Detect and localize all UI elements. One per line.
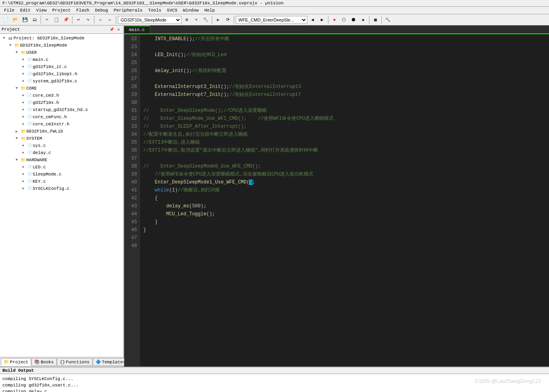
tree-system[interactable]: + 📄 system_gd32f10x.c (1, 78, 123, 85)
tab-project[interactable]: 📁 Project (1, 358, 31, 366)
copy-btn[interactable]: 📋 (52, 16, 61, 24)
tree-gd32-folder[interactable]: ▼ 📁 GD32F10x_SleepMode (1, 42, 123, 49)
fn-nav-btn[interactable]: ◀ (308, 16, 317, 24)
debug2-btn[interactable]: ⬢ (349, 16, 358, 24)
ln43: 43 (127, 202, 137, 210)
tree-sys-c[interactable]: + 📄 sys.c (1, 142, 123, 149)
tree-key-c[interactable]: + 📄 KEY.c (1, 178, 123, 185)
panel-close-btn[interactable]: ✕ (115, 26, 122, 33)
window-btn[interactable]: ▦ (371, 16, 380, 24)
tree-gd32f10x-h[interactable]: + 📄 gd32f10x.h (1, 99, 123, 106)
cut-btn[interactable]: ✂ (43, 16, 51, 24)
tree-libopt[interactable]: + 📄 gd32f10x_libopt.h (1, 70, 123, 78)
build-btn[interactable]: ▶ (214, 16, 223, 24)
build-output[interactable]: compiling SYSCLKConfig.c... compiling gd… (0, 374, 549, 392)
tree-led-c[interactable]: + 📄 LED.c (1, 164, 123, 171)
ep8: + (20, 114, 26, 120)
line-numbers: 22 23 24 25 26 27 28 29 30 31 32 33 34 3… (124, 34, 140, 367)
code-area[interactable]: 22 23 24 25 26 27 28 29 30 31 32 33 34 3… (124, 34, 549, 367)
tab-templates[interactable]: 🔷 Templates (93, 358, 128, 366)
ln46: 46 (127, 226, 137, 234)
tab-books-icon: 📚 (34, 359, 40, 365)
save-btn[interactable]: 💾 (21, 16, 29, 24)
tree-system-folder[interactable]: ▼ 📁 SYSTEM (1, 135, 123, 142)
core-cm3-label: core_cm3.h (33, 93, 59, 98)
tree-cmfunc[interactable]: + 📄 core_cmFunc.h (1, 113, 123, 121)
build-output-header: Build Output (0, 367, 549, 374)
file-icon-libopt: 📄 (26, 71, 33, 77)
open-btn[interactable]: 📂 (11, 16, 20, 24)
ln24: 24 (127, 51, 137, 59)
debug-btn[interactable]: ⬡ (340, 16, 348, 24)
menu-file[interactable]: File (2, 8, 17, 13)
tree-startup[interactable]: + 📄 startup_gd32f10x_hd.s (1, 106, 123, 113)
menu-peripherals[interactable]: Peripherals (111, 8, 145, 13)
rebuild-btn[interactable]: ⟳ (223, 16, 232, 24)
undo-btn[interactable]: ↩ (74, 16, 83, 24)
tree-sleepmode-c[interactable]: + 📄 SleepMode.c (1, 171, 123, 178)
function-dropdown[interactable]: WFE_CMD_EnterDeepSle... (236, 16, 307, 24)
panel-pin-btn[interactable]: 📌 (108, 26, 115, 33)
nav2-btn[interactable]: ⇦ (106, 16, 114, 24)
debug-start-btn[interactable]: ● (330, 16, 339, 24)
ln37: 37 (127, 154, 137, 162)
sleepmode-c-label: SleepMode.c (33, 172, 62, 177)
settings-btn[interactable]: 🔨 (383, 16, 392, 24)
watermark: CSDN @LaoZhangGong123 (475, 378, 541, 384)
tree-core-cm3[interactable]: + 📄 core_cm3.h (1, 92, 123, 99)
new-file-btn[interactable]: 📄 (2, 16, 10, 24)
f11: 📄 (26, 150, 33, 156)
expand-placeholder: + (20, 57, 26, 63)
debug3-btn[interactable]: ◈ (359, 16, 367, 24)
tab-books-label: Books (41, 360, 54, 365)
title-text: F:\STM32_program\GD32\GD32F103VET6_Progr… (2, 1, 283, 6)
code-content[interactable]: INTX_ENABLE();//开启所有中断 LED_Init();//初始化M… (140, 34, 549, 367)
tree-cminstr[interactable]: + 📄 core_cmInstr.h (1, 121, 123, 128)
tab-functions[interactable]: {} Functions (57, 358, 92, 366)
menu-view[interactable]: View (34, 8, 49, 13)
ln41: 41 (127, 186, 137, 194)
tree-core-folder[interactable]: ▼ 📁 CORE (1, 85, 123, 92)
menu-project[interactable]: Project (50, 8, 73, 13)
save-all-btn[interactable]: 🗂 (30, 16, 39, 24)
nav-btn[interactable]: ⇨ (96, 16, 105, 24)
menu-help[interactable]: Help (202, 8, 217, 13)
paste-btn[interactable]: 📌 (62, 16, 70, 24)
led-c-label: LED.c (33, 165, 46, 170)
ln26: 26 (127, 67, 137, 75)
tree-sysclk-c[interactable]: + 📄 SYSCLKConfig.c (1, 185, 123, 192)
tree-delay-c[interactable]: + 📄 delay.c (1, 149, 123, 156)
target-options-btn[interactable]: ⚙ (182, 16, 191, 24)
expand-icon2: ▼ (7, 42, 14, 49)
editor-tab-main-c[interactable]: main.c (124, 25, 150, 33)
tree-main-c[interactable]: + 📄 main.c (1, 56, 123, 63)
tree-user-folder[interactable]: ▼ 📁 USER (1, 49, 123, 56)
ep6: + (20, 99, 26, 106)
menu-debug[interactable]: Debug (92, 8, 110, 13)
menu-window[interactable]: Window (181, 8, 201, 13)
gd32-folder-label: GD32F10x_SleepMode (20, 43, 67, 48)
ln22: 22 (127, 35, 137, 43)
tree-gd32f10x-it[interactable]: + 📄 gd32f10x_it.c (1, 63, 123, 70)
menu-flash[interactable]: Flash (74, 8, 92, 13)
redo-btn[interactable]: ↪ (84, 16, 92, 24)
new-group-btn[interactable]: + (192, 16, 201, 24)
tree-project-root[interactable]: ▼ 🗂 Project: GD32F10x_SleepMode (1, 35, 123, 42)
menu-tools[interactable]: Tools (146, 8, 164, 13)
folder-icon: 📁 (14, 42, 20, 49)
tree-hw-folder[interactable]: ▼ 📁 HARDWARE (1, 156, 123, 164)
tab-books[interactable]: 📚 Books (31, 358, 57, 366)
target-dropdown[interactable]: GD32F10x_SleepMode (118, 16, 182, 24)
user-folder-label: USER (26, 50, 37, 55)
tree-fwlib-folder[interactable]: ▶ 📁 GD32F10x_FWLib (1, 128, 123, 135)
ln33: 33 (127, 123, 137, 131)
file-icon-it: 📄 (26, 64, 33, 70)
menu-svcs[interactable]: SVCS (164, 8, 180, 13)
manage-btn[interactable]: 🔧 (201, 16, 210, 24)
menu-edit[interactable]: Edit (18, 8, 33, 13)
tab-templates-label: Templates (102, 360, 125, 365)
fn-nav2-btn[interactable]: ▶ (318, 16, 326, 24)
tab-functions-label: Functions (66, 360, 89, 365)
sep9 (381, 16, 382, 24)
ln45: 45 (127, 218, 137, 226)
